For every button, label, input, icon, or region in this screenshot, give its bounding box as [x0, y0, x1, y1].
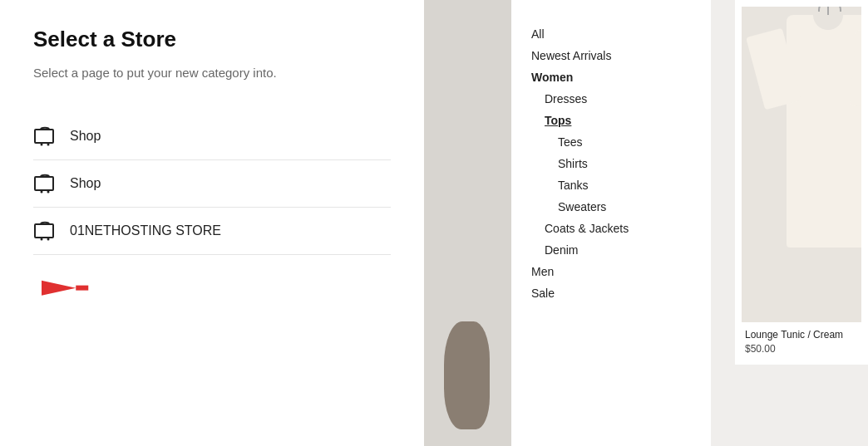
decorative-rock [444, 321, 490, 429]
svg-point-4 [41, 190, 43, 193]
store-item-label: Shop [70, 129, 101, 144]
product-info: Lounge Tunic / Cream $50.00 [742, 322, 861, 358]
svg-rect-6 [35, 224, 53, 238]
nav-item-newest[interactable]: Newest Arrivals [531, 45, 691, 66]
product-name: Lounge Tunic / Cream [745, 329, 858, 341]
cart-icon [33, 125, 57, 148]
svg-rect-3 [35, 177, 53, 190]
nav-item-women[interactable]: Women [531, 66, 691, 88]
svg-rect-10 [76, 285, 88, 290]
store-list: Shop Shop 01NETHOSTING STORE [33, 113, 391, 255]
garment-visual [787, 15, 861, 248]
nav-item-tops[interactable]: Tops [531, 110, 691, 131]
nav-item-all[interactable]: All [531, 23, 691, 45]
svg-point-5 [47, 190, 50, 193]
page-subtitle: Select a page to put your new category i… [33, 64, 391, 83]
store-item-label: Shop [70, 176, 101, 191]
store-item[interactable]: Shop [33, 113, 391, 160]
product-panel: Lounge Tunic / Cream $50.00 [711, 0, 868, 446]
store-item[interactable]: 01NETHOSTING STORE [33, 208, 391, 255]
svg-rect-0 [35, 130, 53, 143]
arrow-icon [42, 272, 91, 305]
nav-item-coats[interactable]: Coats & Jackets [531, 218, 691, 239]
navigation-panel: All Newest Arrivals Women Dresses Tops T… [511, 0, 711, 446]
product-price: $50.00 [745, 343, 858, 355]
svg-point-1 [41, 143, 43, 145]
background-image-area [424, 0, 511, 446]
product-image [742, 7, 861, 322]
garment-sleeve-right [850, 30, 861, 108]
svg-point-2 [47, 143, 50, 145]
nav-item-shirts[interactable]: Shirts [531, 153, 691, 174]
garment-body [787, 15, 861, 248]
nav-item-sweaters[interactable]: Sweaters [531, 196, 691, 218]
left-panel: Select a Store Select a page to put your… [0, 0, 424, 446]
nav-item-dresses[interactable]: Dresses [531, 88, 691, 110]
cart-icon [33, 172, 57, 195]
store-item-label: 01NETHOSTING STORE [70, 223, 221, 238]
nav-item-sale[interactable]: Sale [531, 282, 691, 304]
nav-item-men[interactable]: Men [531, 261, 691, 282]
store-item[interactable]: Shop [33, 160, 391, 208]
garment-sleeve-left [746, 28, 801, 110]
page-title: Select a Store [33, 27, 391, 52]
svg-point-7 [41, 238, 43, 240]
svg-point-8 [47, 238, 50, 240]
right-panel: All Newest Arrivals Women Dresses Tops T… [424, 0, 868, 446]
arrow-hint [33, 272, 391, 308]
nav-item-tanks[interactable]: Tanks [531, 174, 691, 196]
cart-icon [33, 219, 57, 243]
product-card: Lounge Tunic / Cream $50.00 [735, 0, 868, 365]
svg-marker-9 [42, 280, 76, 295]
garment-neck [813, 15, 843, 30]
nav-item-tees[interactable]: Tees [531, 131, 691, 153]
nav-item-denim[interactable]: Denim [531, 239, 691, 261]
